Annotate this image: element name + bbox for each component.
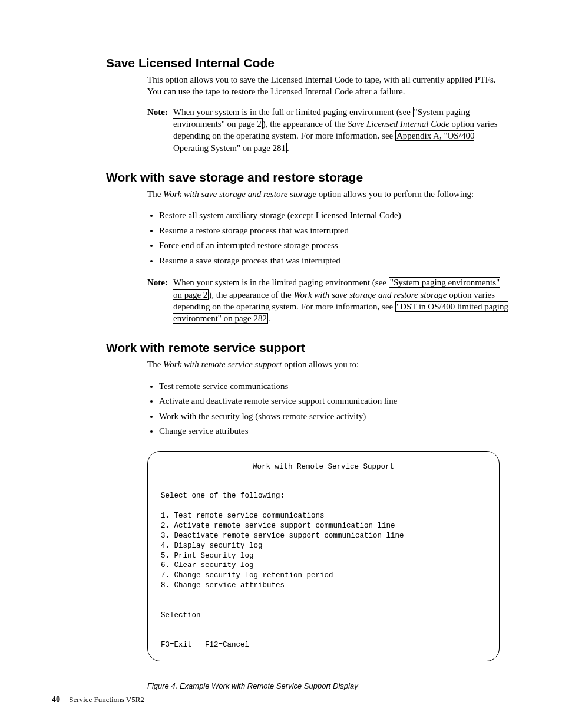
terminal-display: Work with Remote Service Support Select … [147,451,500,662]
italic-option-name: Work with save storage and restore stora… [293,290,447,299]
note-text: ), the appearance of the [263,119,348,129]
terminal-item: 1. Test remote service communications [161,512,325,520]
note-s1: Note: When your system is in the full or… [147,106,509,154]
list-item: Force end of an interrupted restore stor… [159,238,509,253]
italic-option-name: Save Licensed Internal Code [348,119,449,129]
para-s1: This option allows you to save the Licen… [147,74,509,98]
note-s2: Note: When your system is in the limited… [147,276,509,324]
page-footer: 40 Service Functions V5R2 [52,695,144,704]
terminal-item: 3. Deactivate remote service support com… [161,532,404,540]
footer-title: Service Functions V5R2 [69,695,144,704]
bullet-list-s3: Test remote service communications Activ… [147,379,509,439]
para-text: option allows you to: [282,360,359,369]
note-label: Note: [147,107,168,117]
terminal-item: 2. Activate remote service support commu… [161,522,395,530]
note-text: When your system is in the full or limit… [173,107,413,117]
terminal-prompt: Select one of the following: [161,492,285,500]
terminal-selection-label: Selection [161,611,201,620]
note-text: . [287,143,289,153]
terminal-item: 4. Display security log [161,542,263,550]
terminal-item: 8. Change service attributes [161,581,285,589]
terminal-title: Work with Remote Service Support [161,462,486,472]
list-item: Change service attributes [159,424,509,439]
heading-save-licensed-internal-code: Save Licensed Internal Code [106,56,509,70]
list-item: Restore all system auxiliary storage (ex… [159,208,509,223]
page-number: 40 [52,695,60,704]
note-text: ), the appearance of the [209,290,293,299]
para-s2: The Work with save storage and restore s… [147,188,509,200]
heading-work-with-save-storage: Work with save storage and restore stora… [106,170,509,185]
heading-work-with-remote-service: Work with remote service support [106,341,509,355]
bullet-list-s2: Restore all system auxiliary storage (ex… [147,208,509,268]
terminal-fkeys: F3=Exit F12=Cancel [161,641,249,649]
para-text: The [147,189,163,199]
terminal-selection-marker: _ [161,621,166,630]
figure-caption: Figure 4. Example Work with Remote Servi… [147,681,509,690]
list-item: Resume a save storage process that was i… [159,253,509,269]
para-s3: The Work with remote service support opt… [147,358,509,370]
list-item: Activate and deactivate remote service s… [159,394,509,409]
terminal-item: 6. Clear security log [161,561,254,569]
terminal-item: 5. Print Security log [161,552,254,560]
list-item: Resume a restore storage process that wa… [159,223,509,239]
italic-option-name: Work with save storage and restore stora… [163,189,316,199]
list-item: Work with the security log (shows remote… [159,409,509,424]
para-text: option allows you to perform the followi… [316,189,474,199]
note-text: . [268,314,270,323]
note-label: Note: [147,278,168,287]
page-content: Save Licensed Internal Code This option … [0,0,562,726]
para-text: The [147,360,163,369]
italic-option-name: Work with remote service support [163,360,282,369]
list-item: Test remote service communications [159,379,509,394]
terminal-item: 7. Change security log retention period [161,571,333,579]
note-text: When your system is in the limited pagin… [173,278,389,287]
